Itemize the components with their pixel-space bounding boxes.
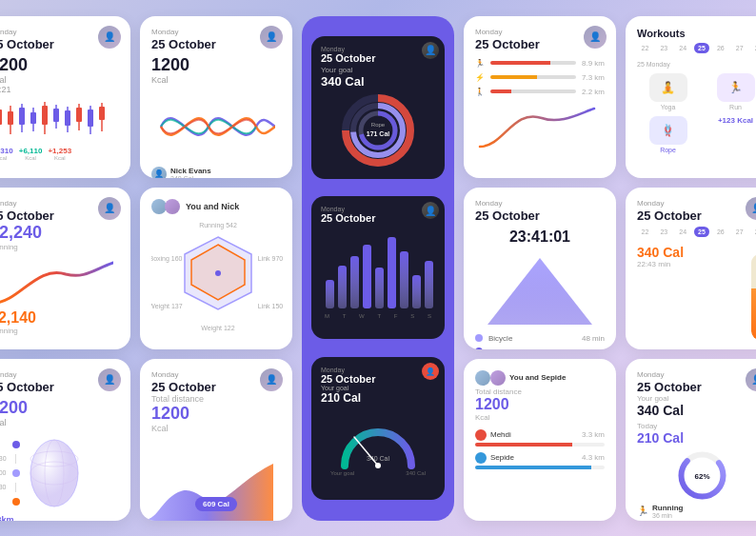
dark1-goal-label: Your goal [321,66,435,74]
card14-value: 340 Cal [637,403,756,418]
card2-value: 1200 [151,55,281,75]
week-day-24: 24 [675,43,691,53]
card4-activity2: Running [0,327,119,335]
mehdi-dist: 3.3 km [582,430,605,439]
card-friends: You and Sepide Total distance 1200 Kcal … [464,359,616,521]
activity-steps-sub: 34 min [582,347,605,349]
card11-timer: 23:41:01 [475,228,605,246]
card-wave: 👤 Monday 25 October Total distance 1200 … [140,359,292,521]
svg-rect-19 [99,107,105,120]
card11-items: Bicycle 48 min Steps 34 min [475,334,605,349]
stat2-lbl: Kcal [25,155,36,161]
week-day-28: 28 [750,43,756,53]
svg-text:Weight 122: Weight 122 [201,325,234,332]
activity-bicycle-sub: 48 min [582,334,605,343]
dark1-label: Monday [321,46,435,52]
week-day-27: 27 [731,43,747,53]
card7-sphere [26,435,83,511]
dark3-avatar: 👤 [422,363,439,380]
card-running-curve: 👤 Monday 25 October 22,240 Running 22,14… [0,188,130,349]
dark1-ring: Rope 171 Cal [321,92,435,169]
activity-bicycle: Bicycle [488,334,512,343]
week2-day-23: 23 [656,227,672,237]
activity-steps: Steps [488,347,507,349]
svg-text:Link 970: Link 970 [258,255,284,262]
running-time: 36 min [652,512,683,519]
card7-times: 8:30 11:00 13:30 [0,455,7,490]
card4-avatar: 👤 [98,197,121,220]
card9-distances: 🏃 8.9 km ⚡ 7.3 km 🚶 2.2 km [475,59,605,96]
card10-week: 22 23 24 25 26 27 28 [637,43,756,53]
card-dna: 👤 Monday 25 October 1200 Kcal 👤 Nick Eva… [140,16,292,178]
stat1-val: +1,310 [0,147,13,155]
center-panel: 👤 Monday 25 October Your goal 340 Cal Ro… [302,16,454,521]
week2-day-27: 27 [731,227,747,237]
svg-text:Link 150: Link 150 [258,303,284,309]
running-label: Running [652,504,683,512]
card4-activity: Running [0,243,119,251]
svg-text:Running 542: Running 542 [199,222,237,229]
workout-kcal: +123 Kcal [705,116,756,153]
card13-avatar1 [475,370,490,386]
dark3-gauge: 340 Cal [321,408,435,470]
card8-unit: Kcal [151,424,281,433]
card7-avatar: 👤 [98,368,121,391]
card7-dots [12,441,20,506]
sepide-name: Sepide [490,453,514,462]
week-day-26: 26 [712,43,728,53]
card13-persons: Mehdi 3.3 km Sepide 4.3 km [475,429,605,469]
stat3-lbl: Kcal [54,155,66,161]
svg-point-39 [375,463,381,468]
dark1-avatar: 👤 [422,42,439,59]
card13-avatar2 [490,370,506,386]
card8-avatar: 👤 [260,368,283,391]
dna-chart [151,89,275,165]
card1-stats: +1,310 Kcal +6,110 Kcal +1,253 Kcal [0,147,119,161]
svg-rect-31 [363,245,371,308]
dark-card-gauge: 👤 Monday 25 October Your goal 210 Cal [311,357,445,500]
person1-cal: 340 Cal [170,175,211,178]
card8-button[interactable]: 609 Cal [195,497,237,511]
card4-value: 22,240 [0,223,119,243]
card13-value: 1200 [475,396,605,413]
card14-running: 🏃 Running 36 min [637,504,756,519]
workout-rope: 🪢 Rope [637,116,699,153]
card13-header: You and Sepide [475,370,605,386]
card12-date: 25 October [637,208,756,223]
workout-run: 🏃 Run [705,73,756,110]
dark3-label: Monday [321,367,435,373]
card1-avatar: 👤 [98,26,121,49]
card11-triangle [475,253,605,329]
week-day-23: 23 [656,43,672,53]
dark3-gauge-labels: Your goal 340 Cal [321,470,435,476]
sepide-avatar [475,452,487,464]
workout-yoga: 🧘 Yoga [637,73,699,110]
svg-point-49 [30,440,78,506]
card9-curve [475,104,599,151]
stat2-val: +6,110 [19,147,43,155]
week-day-25[interactable]: 25 [694,43,710,53]
card8-value: 1200 [151,404,281,424]
card14-label: Monday [637,370,756,379]
dark-card-ring: 👤 Monday 25 October Your goal 340 Cal Ro… [311,36,445,179]
dark2-avatar: 👤 [422,202,439,219]
card7-unit: Kcal [0,418,119,427]
card1-time: 06:21 [0,85,119,94]
week2-day-26: 26 [712,227,728,237]
svg-text:62%: 62% [694,472,709,481]
mehdi-avatar [475,429,487,441]
card2-avatar: 👤 [260,26,283,49]
svg-rect-13 [65,110,70,126]
week2-day-25[interactable]: 25 [694,227,710,237]
card13-total-label: Total distance [475,387,605,396]
svg-rect-17 [88,109,93,127]
card7-distance: 3.3km [0,515,119,521]
dark1-date: 25 October [321,52,435,64]
stat3-val: +1,253 [48,147,71,155]
svg-rect-28 [326,280,334,308]
card2-persons: 👤 Nick Evans 340 Cal 👤 Ivan Cornjo 316 C… [151,167,281,178]
card4-value2: 22,140 [0,309,119,327]
svg-rect-32 [375,268,384,308]
svg-rect-1 [0,109,2,125]
svg-text:Boxing 160: Boxing 160 [151,255,183,263]
